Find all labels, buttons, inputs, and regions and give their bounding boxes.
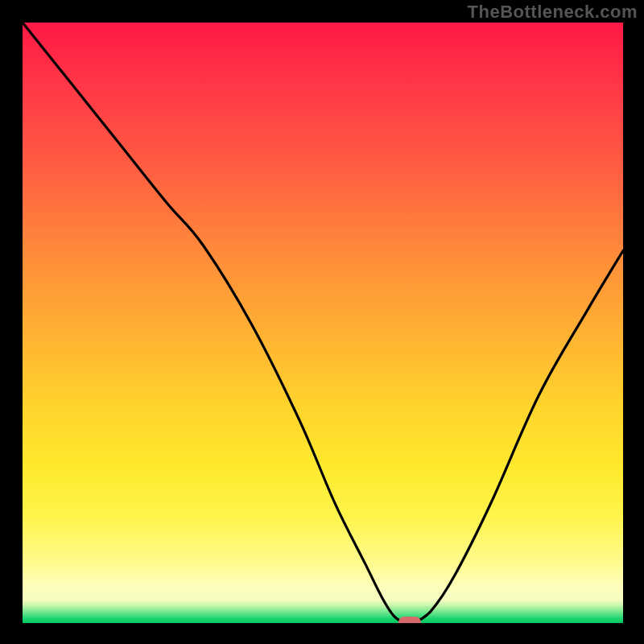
chart-frame: TheBottleneck.com xyxy=(0,0,644,644)
plot-area xyxy=(23,23,623,623)
background-gradient xyxy=(23,23,623,623)
optimum-marker xyxy=(398,617,421,624)
watermark-text: TheBottleneck.com xyxy=(468,2,638,23)
